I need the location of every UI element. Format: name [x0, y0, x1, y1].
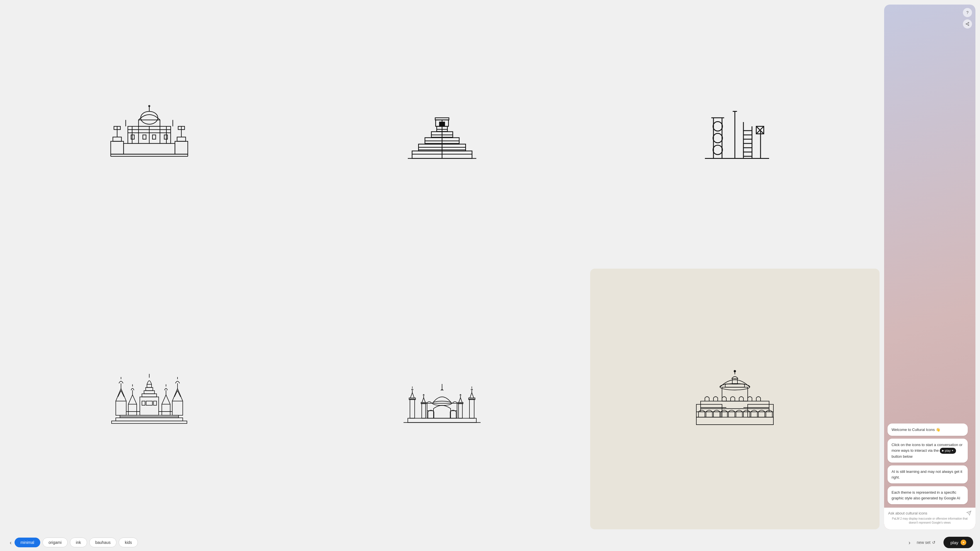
- disclaimer-text: PaLM 2 may display inaccurate or offensi…: [888, 516, 971, 526]
- svg-point-134: [966, 24, 967, 24]
- svg-rect-109: [458, 403, 463, 418]
- chat-actions: ?: [963, 8, 972, 29]
- share-button[interactable]: [963, 19, 972, 29]
- play-badge-inline: ▶ play ✦: [940, 448, 956, 454]
- chat-panel: ? Welcome to Cultural Icons 👋 Click on t…: [884, 5, 975, 529]
- svg-rect-98: [410, 399, 415, 418]
- svg-point-52: [713, 133, 722, 143]
- building-icon-4: [107, 368, 192, 430]
- bottom-bar: ‹ minimal origami ink bauhaus kids › new…: [0, 534, 980, 551]
- svg-rect-20: [131, 135, 134, 139]
- svg-rect-120: [701, 401, 769, 412]
- message-1: Click on the icons to start a conversati…: [888, 439, 968, 462]
- play-badge-icon: ▶: [942, 449, 944, 453]
- icon-card-3[interactable]: [590, 5, 880, 265]
- svg-rect-128: [748, 405, 773, 417]
- svg-rect-84: [162, 404, 170, 415]
- welcome-message: Welcome to Cultural Icons 👋: [888, 424, 968, 436]
- svg-point-53: [713, 145, 722, 154]
- message-2: AI is still learning and may not always …: [888, 465, 968, 483]
- svg-rect-69: [111, 421, 187, 424]
- icon-card-4[interactable]: [5, 268, 294, 529]
- svg-rect-112: [469, 399, 474, 418]
- icon-card-5[interactable]: [298, 268, 587, 529]
- svg-rect-81: [146, 387, 153, 391]
- send-button[interactable]: [966, 510, 971, 516]
- tab-kids[interactable]: kids: [119, 538, 138, 547]
- tab-minimal[interactable]: minimal: [14, 538, 40, 547]
- svg-rect-123: [725, 384, 745, 387]
- svg-rect-87: [172, 401, 183, 415]
- svg-rect-5: [175, 141, 188, 154]
- svg-rect-1: [111, 141, 124, 154]
- svg-point-126: [734, 370, 736, 372]
- svg-rect-119: [696, 417, 773, 425]
- refresh-icon: ↺: [932, 540, 935, 545]
- svg-rect-75: [129, 404, 137, 415]
- tab-bauhaus[interactable]: bauhaus: [89, 538, 117, 547]
- play-button[interactable]: play ✦: [943, 537, 973, 548]
- svg-point-51: [713, 122, 722, 131]
- svg-rect-92: [142, 401, 145, 405]
- chat-messages: Welcome to Cultural Icons 👋 Click on the…: [884, 5, 975, 508]
- svg-rect-93: [146, 401, 153, 405]
- svg-rect-94: [154, 401, 157, 405]
- svg-rect-6: [177, 137, 186, 141]
- svg-rect-2: [113, 137, 122, 141]
- svg-rect-78: [140, 397, 159, 416]
- new-set-button[interactable]: new set ↺: [913, 538, 939, 546]
- main-container: ? Welcome to Cultural Icons 👋 Click on t…: [0, 0, 980, 534]
- help-button[interactable]: ?: [963, 8, 972, 17]
- icon-card-1[interactable]: [5, 5, 294, 265]
- play-badge-star: ✦: [951, 449, 954, 453]
- next-button[interactable]: ›: [906, 538, 913, 548]
- icon-card-6[interactable]: [590, 268, 880, 529]
- svg-rect-80: [144, 391, 155, 394]
- svg-point-135: [968, 24, 969, 26]
- svg-line-136: [967, 24, 968, 25]
- svg-point-17: [141, 111, 158, 124]
- chat-input-row: [888, 510, 971, 516]
- chat-input-area: PaLM 2 may display inaccurate or offensi…: [884, 508, 975, 529]
- chat-input[interactable]: [888, 511, 964, 515]
- svg-rect-21: [143, 135, 146, 139]
- building-icon-1: [107, 103, 192, 166]
- building-icon-5: [399, 368, 485, 430]
- svg-rect-9: [124, 143, 175, 154]
- play-btn-icon: ✦: [961, 540, 966, 545]
- svg-rect-70: [116, 418, 183, 421]
- svg-point-133: [968, 22, 969, 24]
- svg-line-137: [967, 23, 968, 24]
- tab-ink[interactable]: ink: [70, 538, 87, 547]
- prev-button[interactable]: ‹: [7, 538, 14, 548]
- message-3: Each theme is represented in a specific …: [888, 486, 968, 504]
- tab-origami[interactable]: origami: [43, 538, 68, 547]
- svg-rect-102: [422, 403, 426, 418]
- icon-grid: [5, 5, 880, 529]
- svg-rect-22: [153, 135, 156, 139]
- svg-rect-23: [164, 135, 167, 139]
- building-icon-6: [692, 368, 778, 430]
- theme-tabs: minimal origami ink bauhaus kids: [14, 538, 906, 547]
- building-icon-2: [399, 103, 485, 166]
- svg-point-122: [720, 384, 750, 390]
- svg-rect-82: [147, 384, 151, 387]
- svg-rect-72: [116, 401, 126, 415]
- svg-rect-79: [142, 394, 156, 397]
- svg-rect-36: [435, 118, 449, 120]
- building-icon-3: [692, 103, 778, 166]
- svg-rect-97: [408, 418, 476, 423]
- icon-card-2[interactable]: [298, 5, 587, 265]
